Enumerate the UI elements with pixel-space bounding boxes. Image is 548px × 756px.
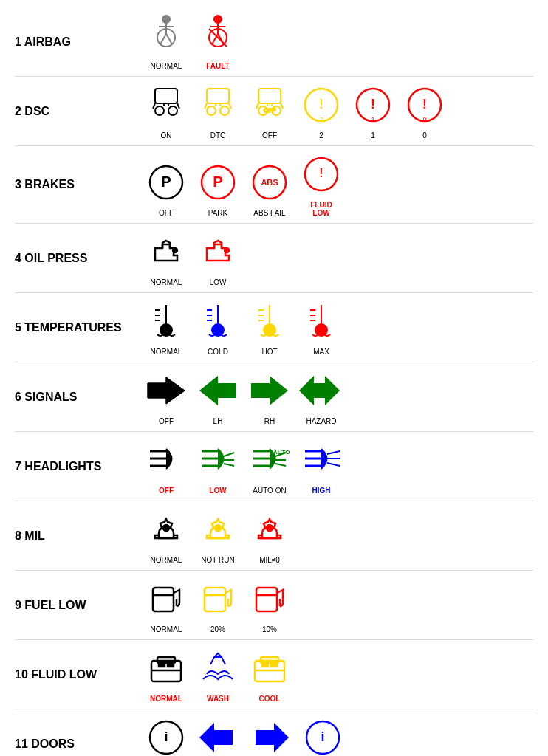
svg-line-3 bbox=[160, 34, 166, 44]
svg-rect-104 bbox=[153, 588, 174, 611]
svg-rect-13 bbox=[155, 89, 177, 103]
mil-normal-svg bbox=[144, 507, 188, 554]
svg-rect-116 bbox=[159, 662, 165, 667]
temp-normal: NORMAL bbox=[144, 299, 188, 356]
row-label-brakes: 3 BRAKES bbox=[15, 178, 144, 191]
svg-point-103 bbox=[267, 525, 273, 531]
svg-rect-107 bbox=[205, 588, 225, 611]
row-label-temperatures: 5 TEMPERATURES bbox=[15, 321, 144, 334]
row-temperatures: 5 TEMPERATURES NORMAL COLD HOT bbox=[15, 293, 533, 362]
svg-line-94 bbox=[275, 464, 286, 466]
svg-line-16 bbox=[153, 103, 155, 109]
signal-lh-svg bbox=[196, 368, 240, 416]
signal-rh-label: RH bbox=[264, 417, 275, 425]
dsc-on-svg bbox=[144, 83, 188, 130]
svg-marker-77 bbox=[251, 376, 288, 405]
svg-point-53 bbox=[225, 248, 229, 252]
fluid-wash: WASH bbox=[196, 646, 240, 703]
row-fuel-low: 9 FUEL LOW NORMAL 20% 10% bbox=[15, 571, 533, 640]
icons-group-temperatures: NORMAL COLD HOT MAX bbox=[144, 299, 343, 356]
fluid-normal-label: NORMAL bbox=[150, 695, 182, 703]
svg-text:ABS: ABS bbox=[261, 178, 278, 187]
svg-line-100 bbox=[327, 463, 340, 466]
fuel-normal: NORMAL bbox=[144, 577, 188, 633]
temp-normal-svg bbox=[144, 299, 188, 346]
fluid-normal-svg bbox=[144, 646, 188, 693]
svg-text:0: 0 bbox=[422, 116, 426, 123]
row-fluid-low: 10 FLUID LOW NORMAL WASH COOL bbox=[15, 640, 533, 709]
row-dsc: 2 DSC ON DTC OFF OFF bbox=[15, 77, 533, 146]
svg-rect-123 bbox=[271, 662, 277, 667]
svg-text:!: ! bbox=[371, 97, 375, 111]
row-oil-press: 4 OIL PRESS NORMAL LOW bbox=[15, 224, 533, 293]
headlights-auto: AUTO AUTO ON bbox=[247, 438, 292, 495]
dsc-0-svg: ! 0 bbox=[403, 83, 447, 130]
headlights-low-svg bbox=[196, 438, 240, 485]
row-brakes: 3 BRAKES P OFF P PARK ABS ABS FAIL ! FLU… bbox=[15, 146, 533, 224]
doors-closed: i CLOSED bbox=[144, 715, 188, 756]
row-label-doors: 11 DOORS bbox=[15, 738, 144, 751]
fluid-wash-label: WASH bbox=[207, 695, 229, 703]
doors-passenger-svg bbox=[248, 715, 292, 756]
svg-line-23 bbox=[205, 103, 207, 109]
svg-text:P: P bbox=[161, 173, 171, 190]
icons-group-headlights: OFF LOW AUTO AUTO ON bbox=[144, 438, 343, 495]
dsc-1: ! 1 1 bbox=[351, 83, 395, 140]
doors-driver: DRIVER bbox=[196, 715, 240, 756]
headlights-off-svg bbox=[144, 438, 188, 485]
oil-low-svg bbox=[196, 230, 240, 277]
dsc-off: OFF OFF bbox=[247, 83, 292, 140]
fuel-10-svg bbox=[247, 577, 292, 624]
temp-hot-svg bbox=[247, 299, 292, 346]
svg-line-4 bbox=[166, 34, 172, 44]
icons-group-doors: i CLOSED DRIVER PASSENGER i TRUNK bbox=[144, 715, 345, 756]
svg-point-15 bbox=[168, 106, 177, 115]
svg-line-87 bbox=[224, 464, 234, 466]
signal-hazard: HAZARD bbox=[299, 368, 343, 425]
headlights-low: LOW bbox=[196, 438, 240, 495]
oil-normal-label: NORMAL bbox=[151, 278, 182, 286]
svg-line-31 bbox=[281, 103, 283, 109]
headlights-high: HIGH bbox=[299, 438, 343, 495]
dsc-1-svg: ! 1 bbox=[351, 83, 395, 130]
row-signals: 6 SIGNALS OFF LH RH HAZARD bbox=[15, 362, 533, 432]
brakes-off-svg: P bbox=[144, 160, 188, 207]
mil-fault-label: MIL≠0 bbox=[259, 556, 280, 564]
temp-hot: HOT bbox=[247, 299, 292, 356]
fuel-10: 10% bbox=[247, 577, 292, 633]
mil-fault: MIL≠0 bbox=[247, 507, 292, 564]
signal-rh: RH bbox=[247, 368, 292, 425]
row-label-fluid-low: 10 FLUID LOW bbox=[15, 668, 144, 681]
svg-point-55 bbox=[160, 324, 172, 336]
dsc-dtc: DTC bbox=[196, 83, 240, 140]
svg-line-85 bbox=[224, 453, 234, 456]
svg-marker-78 bbox=[299, 376, 340, 405]
temp-normal-label: NORMAL bbox=[151, 348, 182, 356]
svg-rect-117 bbox=[168, 662, 174, 667]
doors-passenger: PASSENGER bbox=[247, 715, 293, 756]
brakes-park-label: PARK bbox=[208, 209, 228, 217]
icons-group-mil: NORMAL NOT RUN MIL≠0 bbox=[144, 507, 292, 564]
signal-off-svg bbox=[144, 368, 188, 416]
row-label-signals: 6 SIGNALS bbox=[15, 391, 144, 404]
icons-group-signals: OFF LH RH HAZARD bbox=[144, 368, 343, 425]
dsc-0: ! 0 0 bbox=[403, 83, 447, 140]
fuel-10-label: 10% bbox=[262, 625, 277, 633]
temp-hot-label: HOT bbox=[261, 348, 277, 356]
doors-closed-svg: i bbox=[144, 715, 188, 756]
dsc-off-label: OFF bbox=[262, 131, 277, 140]
svg-line-98 bbox=[327, 451, 340, 454]
svg-text:!: ! bbox=[422, 97, 427, 111]
svg-point-102 bbox=[215, 525, 221, 531]
svg-point-60 bbox=[212, 324, 224, 336]
headlights-off-label: OFF bbox=[159, 487, 174, 495]
svg-line-30 bbox=[256, 103, 258, 109]
airbag-normal: NORMAL bbox=[144, 13, 188, 70]
row-label-mil: 8 MIL bbox=[15, 529, 144, 543]
oil-low-label: LOW bbox=[210, 278, 227, 286]
oil-normal: NORMAL bbox=[144, 230, 188, 286]
row-label-oil-press: 4 OIL PRESS bbox=[15, 252, 144, 265]
dsc-on: ON bbox=[144, 83, 188, 140]
svg-marker-127 bbox=[256, 723, 289, 752]
svg-point-70 bbox=[315, 324, 327, 336]
